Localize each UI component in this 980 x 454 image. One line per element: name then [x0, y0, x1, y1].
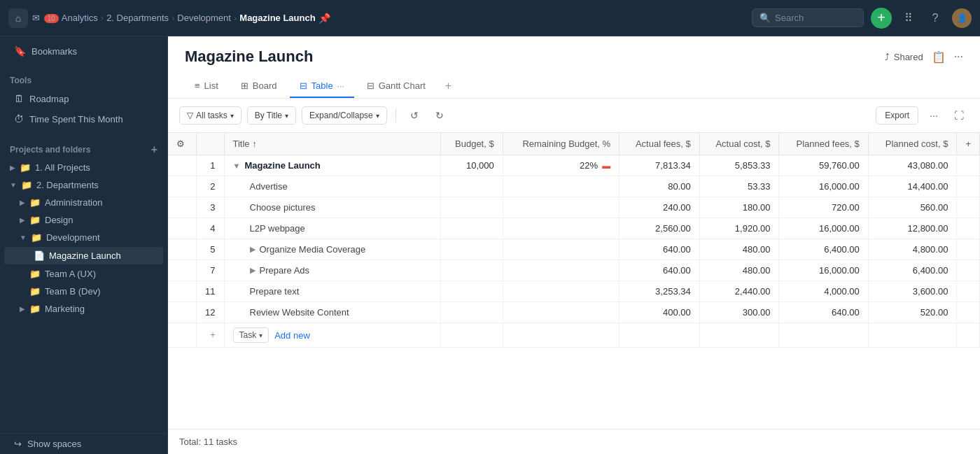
- table-footer: Total: 11 tasks: [168, 429, 980, 454]
- sidebar-projects-add[interactable]: +: [151, 143, 158, 156]
- col-actual-fees[interactable]: Actual fees, $: [620, 133, 700, 155]
- sidebar-item-design[interactable]: ▶ 📁 Design: [0, 211, 167, 229]
- row-settings: [168, 155, 196, 176]
- sidebar-item-administration[interactable]: ▶ 📁 Administration: [0, 194, 167, 211]
- group-button[interactable]: By Title ▾: [247, 106, 296, 125]
- table-header-row: ⚙ Title ↑ Budget, $ Remaining Budget, % …: [168, 133, 980, 155]
- notif-icon[interactable]: ✉ 10: [32, 13, 59, 23]
- add-remaining: [503, 323, 619, 348]
- avatar[interactable]: 👤: [952, 8, 972, 28]
- col-planned-cost[interactable]: Planned cost, $: [868, 133, 957, 155]
- col-actual-cost[interactable]: Actual cost, $: [699, 133, 779, 155]
- more-toolbar-icon[interactable]: ···: [924, 106, 944, 125]
- row-planned-cost: 6,400.00: [868, 260, 957, 281]
- main-table: ⚙ Title ↑ Budget, $ Remaining Budget, % …: [168, 133, 980, 348]
- tab-table-more[interactable]: ···: [337, 81, 344, 91]
- breadcrumb-departments[interactable]: 2. Departments: [106, 13, 169, 23]
- group-label: By Title: [255, 111, 282, 120]
- row-num: 12: [196, 302, 224, 323]
- row-add: [957, 302, 980, 323]
- search-box[interactable]: 🔍 Search: [752, 8, 864, 27]
- table-row: 12 Review Website Content 400.00 300.00 …: [168, 302, 980, 323]
- row-actual-cost: 5,853.33: [699, 155, 779, 176]
- magazine-icon: 📄: [34, 250, 45, 261]
- breadcrumb-analytics[interactable]: Analytics: [62, 13, 98, 23]
- breadcrumb: ✉ 10 Analytics › 2. Departments › Develo…: [32, 13, 330, 24]
- table-row: 3 Choose pictures 240.00 180.00 720.00 5…: [168, 197, 980, 218]
- marketing-label: Marketing: [45, 304, 85, 314]
- pin-icon[interactable]: 📌: [318, 13, 330, 24]
- sidebar-item-magazine-launch[interactable]: 📄 Magazine Launch: [4, 247, 163, 264]
- row-title-cell[interactable]: Choose pictures: [224, 197, 440, 218]
- undo-button[interactable]: ↺: [405, 106, 424, 125]
- design-label: Design: [45, 215, 73, 225]
- row-budget: [440, 176, 503, 197]
- row-title-cell[interactable]: L2P webpage: [224, 218, 440, 239]
- col-budget[interactable]: Budget, $: [440, 133, 503, 155]
- add-row-num: +: [196, 323, 224, 348]
- tab-list[interactable]: ≡ List: [185, 75, 228, 98]
- col-settings[interactable]: ⚙: [168, 133, 196, 155]
- sidebar-item-all-projects[interactable]: ▶ 📁 1. All Projects: [0, 159, 167, 176]
- row-num: 5: [196, 239, 224, 260]
- task-type-button[interactable]: Task ▾: [233, 327, 270, 343]
- tab-table[interactable]: ⊟ Table ···: [290, 75, 354, 98]
- tab-board[interactable]: ⊞ Board: [231, 75, 287, 98]
- col-add[interactable]: +: [957, 133, 980, 155]
- row-title-cell[interactable]: ▼ Magazine Launch: [224, 155, 440, 176]
- sidebar-item-departments[interactable]: ▼ 📁 2. Departments: [0, 176, 167, 194]
- table-row: 7 ▶ Prepare Ads 640.00 480.00 16,000.00: [168, 260, 980, 281]
- fullscreen-icon[interactable]: ⛶: [949, 106, 969, 125]
- expand-arrow[interactable]: ▶: [250, 266, 255, 275]
- expand-arrow[interactable]: ▶: [250, 245, 255, 254]
- sidebar: 🔖 Bookmarks Tools 🗓 Roadmap ⏱ Time Spent…: [0, 36, 168, 454]
- row-add: [957, 281, 980, 302]
- sidebar-item-team-a[interactable]: 📁 Team A (UX): [0, 265, 167, 283]
- export-button[interactable]: Export: [876, 106, 918, 125]
- sidebar-item-marketing[interactable]: ▶ 📁 Marketing: [0, 300, 167, 318]
- task-name: Advertise: [250, 181, 288, 192]
- add-button[interactable]: +: [871, 8, 892, 29]
- topbar: ⌂ ✉ 10 Analytics › 2. Departments › Deve…: [0, 0, 980, 36]
- title-actions: ⤴ Shared 📋 ···: [885, 50, 963, 64]
- sidebar-item-show-spaces[interactable]: ↪ Show spaces: [4, 434, 163, 453]
- filter-chevron: ▾: [230, 112, 234, 120]
- expand-button[interactable]: Expand/Collapse ▾: [302, 106, 387, 125]
- row-budget: [440, 239, 503, 260]
- row-title-cell[interactable]: ▶ Prepare Ads: [224, 260, 440, 281]
- row-num: 4: [196, 218, 224, 239]
- row-title-cell[interactable]: Advertise: [224, 176, 440, 197]
- col-planned-fees[interactable]: Planned fees, $: [779, 133, 868, 155]
- tab-gantt-label: Gantt Chart: [379, 80, 426, 91]
- home-icon[interactable]: ⌂: [8, 8, 28, 28]
- tab-board-label: Board: [253, 80, 277, 91]
- tab-gantt[interactable]: ⊟ Gantt Chart: [357, 75, 435, 98]
- help-icon[interactable]: ?: [925, 8, 945, 28]
- sidebar-item-roadmap[interactable]: 🗓 Roadmap: [4, 89, 163, 108]
- breadcrumb-development[interactable]: Development: [177, 13, 231, 23]
- calendar-icon[interactable]: 📋: [932, 50, 946, 64]
- row-title-cell[interactable]: ▶ Organize Media Coverage: [224, 239, 440, 260]
- row-title-cell[interactable]: Review Website Content: [224, 302, 440, 323]
- expand-arrow[interactable]: ▼: [233, 162, 241, 170]
- table-row: 2 Advertise 80.00 53.33 16,000.00 14,400…: [168, 176, 980, 197]
- col-remaining[interactable]: Remaining Budget, %: [503, 133, 619, 155]
- tab-add[interactable]: +: [438, 74, 458, 98]
- toolbar-right: Export ··· ⛶: [876, 106, 969, 125]
- shared-button[interactable]: ⤴ Shared: [885, 52, 923, 62]
- redo-button[interactable]: ↻: [430, 106, 449, 125]
- add-new-link[interactable]: Add new: [274, 330, 310, 341]
- sidebar-item-development[interactable]: ▼ 📁 Development: [0, 229, 167, 246]
- grid-icon[interactable]: ⠿: [899, 8, 918, 28]
- sidebar-item-team-b[interactable]: 📁 Team B (Dev): [0, 283, 167, 300]
- row-title-cell[interactable]: Prepare text: [224, 281, 440, 302]
- sidebar-item-bookmarks[interactable]: 🔖 Bookmarks: [4, 41, 163, 61]
- more-options-icon[interactable]: ···: [954, 50, 963, 63]
- filter-button[interactable]: ▽ All tasks ▾: [179, 106, 241, 125]
- sidebar-item-time-spent[interactable]: ⏱ Time Spent This Month: [4, 109, 163, 129]
- list-icon: ≡: [195, 80, 200, 91]
- content-header: Magazine Launch ⤴ Shared 📋 ··· ≡ List: [168, 36, 980, 99]
- show-spaces-icon: ↪: [14, 439, 22, 449]
- col-title[interactable]: Title ↑: [224, 133, 440, 155]
- add-row-title[interactable]: Task ▾ Add new: [224, 323, 440, 348]
